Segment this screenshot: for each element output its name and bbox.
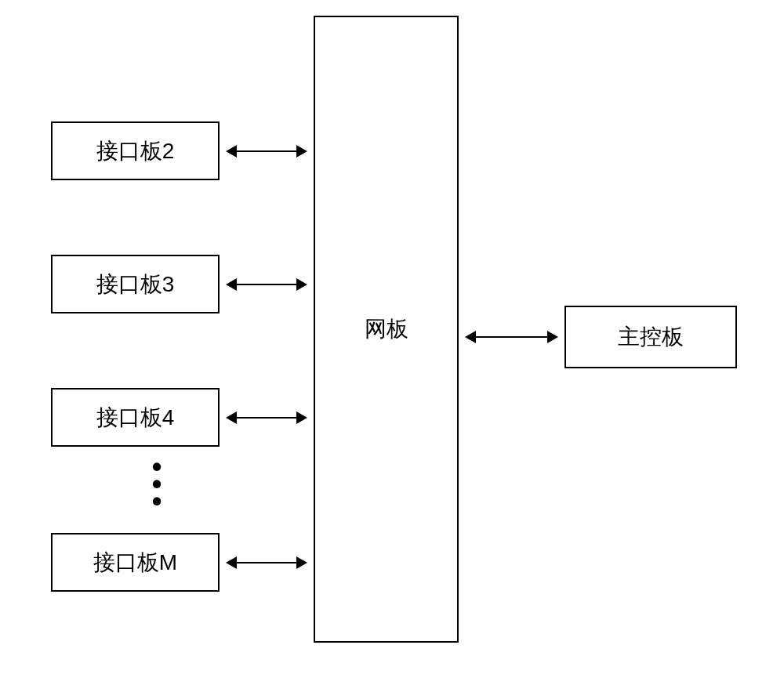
interface-board-2-label: 接口板2: [96, 136, 175, 166]
arrow-board4-to-network: [227, 417, 306, 419]
arrow-network-to-main: [466, 336, 557, 338]
interface-board-3-label: 接口板3: [96, 270, 175, 299]
arrow-boardm-to-network: [227, 562, 306, 563]
interface-board-2: 接口板2: [51, 121, 220, 180]
network-board-label: 网板: [365, 314, 408, 344]
dot: •: [152, 485, 162, 517]
main-control-board-label: 主控板: [618, 322, 684, 352]
interface-board-4: 接口板4: [51, 388, 220, 447]
interface-board-4-label: 接口板4: [96, 403, 175, 433]
main-control-board: 主控板: [564, 306, 737, 368]
interface-board-m: 接口板M: [51, 533, 220, 592]
arrow-board3-to-network: [227, 284, 306, 285]
network-board: 网板: [314, 16, 459, 643]
interface-board-m-label: 接口板M: [93, 548, 177, 578]
interface-board-3: 接口板3: [51, 255, 220, 313]
arrow-board2-to-network: [227, 150, 306, 152]
ellipsis-dots: • • •: [149, 458, 165, 510]
